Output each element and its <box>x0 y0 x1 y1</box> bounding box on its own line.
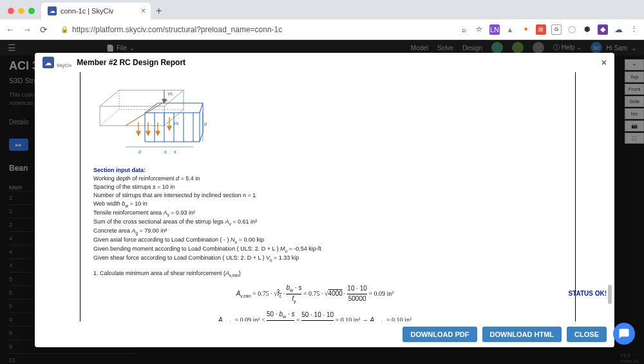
input-line: Web width bw = 10 in <box>93 200 536 209</box>
modal-body: Vc Vs d d ss Section input data: Working <box>35 72 614 321</box>
input-line: Given bending moment according to Load C… <box>93 245 536 254</box>
maximize-window-icon[interactable] <box>28 8 35 14</box>
input-line: Working depth of reinforcement d = 5.4 i… <box>93 175 536 183</box>
ext-cloud-icon[interactable]: ▲ <box>505 24 515 35</box>
modal-footer: DOWNLOAD PDF DOWNLOAD HTML CLOSE <box>35 321 614 347</box>
input-line: Spacing of the stirrups s = 10 in <box>93 183 536 191</box>
browser-tab[interactable]: ☁ conn-1c | SkyCiv × <box>41 3 151 19</box>
search-icon[interactable]: ⌕ <box>459 24 469 35</box>
browser-addressbar: ← → ⟳ 🔒 https://platform.skyciv.com/stru… <box>0 19 644 40</box>
url-input[interactable]: 🔒 https://platform.skyciv.com/structural… <box>55 25 452 34</box>
input-line: Given shear force according to Load Comb… <box>93 254 536 263</box>
ext-skyciv-icon[interactable]: ☁ <box>613 24 623 35</box>
input-line: Given axial force according to Load Comb… <box>93 236 536 245</box>
svg-text:Vs: Vs <box>173 121 179 126</box>
forward-icon[interactable]: → <box>22 24 32 35</box>
ext-orange-icon[interactable]: ✦ <box>520 24 531 35</box>
svg-text:s: s <box>174 149 176 154</box>
ext-hex-icon[interactable]: ⬢ <box>582 24 592 35</box>
close-button[interactable]: CLOSE <box>567 327 607 342</box>
ext-g-icon[interactable]: G <box>551 24 562 35</box>
menu-icon[interactable]: ⋮ <box>629 24 639 35</box>
window-controls <box>8 8 35 14</box>
url-text: https://platform.skyciv.com/structural?p… <box>72 25 282 34</box>
svg-marker-6 <box>137 131 140 135</box>
scrollbar-thumb[interactable] <box>608 285 612 304</box>
input-line: Sum of the cross sectional areas of the … <box>93 218 536 227</box>
toolbar-icons: ⌕ ☆ LN ▲ ✦ ▤ G ◯ ⬢ ◆ ☁ ⋮ <box>459 24 639 35</box>
tab-favicon: ☁ <box>48 6 57 15</box>
lock-icon: 🔒 <box>61 26 68 33</box>
equation-2: Av,min = 0.09 in² < 50 · bw · sfy = 50 ·… <box>93 310 536 321</box>
section-heading: Section input data: <box>93 166 536 175</box>
input-line: Concrete area Ag = 79.00 in² <box>93 227 536 236</box>
svg-marker-10 <box>156 131 160 135</box>
svg-text:s: s <box>164 149 167 154</box>
star-icon[interactable]: ☆ <box>474 24 484 35</box>
tab-title: conn-1c | SkyCiv <box>61 7 113 15</box>
report-page: Vc Vs d d ss Section input data: Working <box>80 72 576 321</box>
minimize-window-icon[interactable] <box>18 8 24 14</box>
scrollbar-track[interactable] <box>608 72 612 321</box>
ext-circle-icon[interactable]: ◯ <box>567 24 577 35</box>
download-html-button[interactable]: DOWNLOAD HTML <box>482 327 562 342</box>
back-icon[interactable]: ← <box>5 24 15 35</box>
ext-red-icon[interactable]: ▤ <box>536 24 546 35</box>
ext-purple-icon[interactable]: ◆ <box>598 24 608 35</box>
input-line: Tensile reinforcement area As = 0.93 in² <box>93 209 536 218</box>
reload-icon[interactable]: ⟳ <box>39 24 49 35</box>
svg-marker-8 <box>146 131 150 135</box>
download-pdf-button[interactable]: DOWNLOAD PDF <box>402 327 477 342</box>
svg-text:d: d <box>138 149 142 154</box>
beam-diagram: Vc Vs d d ss <box>93 77 209 161</box>
browser-tabbar: ☁ conn-1c | SkyCiv × + <box>0 0 644 19</box>
chat-fab-icon[interactable] <box>613 323 635 345</box>
equation-1: Av,min = 0.75 · √fc · bw · sfy = 0.75 · … <box>93 283 536 305</box>
modal-header: ☁ SkyCiv Member #2 RC Design Report × <box>35 53 614 72</box>
close-tab-icon[interactable]: × <box>141 6 146 15</box>
calc-step-label: 1. Calculate minimum area of shear reinf… <box>93 269 536 278</box>
skyciv-logo-icon: ☁ <box>43 57 54 68</box>
ext-ln-icon[interactable]: LN <box>489 24 500 35</box>
close-window-icon[interactable] <box>8 8 14 14</box>
modal-title: Member #2 RC Design Report <box>77 58 185 67</box>
svg-text:d: d <box>204 122 207 126</box>
report-modal: ☁ SkyCiv Member #2 RC Design Report × <box>35 53 614 347</box>
close-icon[interactable]: × <box>601 57 607 68</box>
svg-marker-12 <box>167 126 171 130</box>
input-line: Number of stirrups that are intersected … <box>93 191 536 200</box>
logo-label: SkyCiv <box>57 63 71 68</box>
new-tab-button[interactable]: + <box>156 5 162 17</box>
status-label: STATUS OK! <box>568 290 607 297</box>
svg-text:Vc: Vc <box>167 91 173 96</box>
